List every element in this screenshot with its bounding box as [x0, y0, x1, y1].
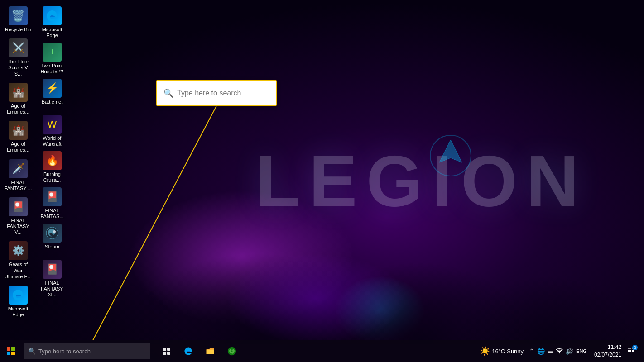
svg-rect-8	[11, 352, 15, 355]
age-empires-label: Age of Empires...	[4, 103, 32, 115]
two-point-hospital-icon: +	[43, 43, 62, 62]
svg-rect-9	[163, 348, 166, 351]
desktop: LEGION 🗑️ Recycle Bin ⚔️ The Elder Scrol…	[0, 0, 644, 362]
battle-net-label: Battle.net	[42, 99, 62, 105]
icon-recycle-bin[interactable]: 🗑️ Recycle Bin	[2, 5, 34, 34]
icon-final-fantasy-xiv[interactable]: 🎴 FINAL FANTAS...	[36, 186, 68, 221]
weather-widget[interactable]: ☀️ 16°C Sunny	[480, 346, 524, 356]
volume-icon[interactable]: 🔊	[566, 348, 573, 355]
taskbar-search-placeholder: Type here to search	[38, 348, 91, 355]
steam-label: Steam	[45, 244, 59, 250]
xbox-button[interactable]	[222, 341, 242, 361]
tray-chevron[interactable]: ⌃	[529, 348, 534, 355]
icon-world-of-warcraft[interactable]: W World of Warcraft	[36, 113, 68, 149]
floating-search-input[interactable]	[177, 89, 269, 97]
svg-point-4	[53, 230, 56, 233]
world-of-warcraft-label: World of Warcraft	[38, 135, 66, 147]
annotation-line	[0, 0, 644, 362]
clock-widget[interactable]: 11:42 02/07/2021	[594, 343, 621, 359]
burning-crusade-label: Burning Crusa...	[38, 171, 66, 183]
svg-rect-12	[167, 352, 170, 355]
weather-icon: ☀️	[480, 346, 490, 356]
battle-net-icon: ⚡	[43, 79, 62, 98]
icon-microsoft-edge-2[interactable]: Microsoft Edge	[2, 284, 34, 319]
clock-date: 02/07/2021	[594, 351, 621, 359]
svg-rect-18	[628, 348, 631, 349]
svg-rect-7	[7, 352, 10, 355]
edge-taskbar-button[interactable]	[178, 341, 198, 361]
notification-button[interactable]: 2	[622, 341, 640, 361]
file-explorer-button[interactable]	[200, 341, 220, 361]
svg-rect-5	[7, 347, 10, 351]
icon-age-empires[interactable]: 🏰 Age of Empires...	[2, 81, 34, 117]
taskbar-right-area: ☀️ 16°C Sunny ⌃ 🌐 ▬ 🔊 ENG 11:42	[480, 341, 644, 361]
final-fantasy-xii-icon: 🎴	[43, 260, 62, 279]
start-button[interactable]	[0, 340, 22, 362]
legion-text: LEGION	[255, 139, 587, 223]
windows-logo-icon	[7, 347, 15, 355]
steam-icon	[43, 224, 62, 243]
taskbar: 🔍 Type here to search	[0, 340, 644, 362]
clock-time: 11:42	[608, 343, 621, 351]
svg-point-15	[559, 352, 560, 353]
final-fantasy-icon: 🗡️	[9, 159, 28, 178]
floating-search-box[interactable]: 🔍	[156, 80, 277, 106]
svg-point-14	[231, 350, 232, 352]
task-view-button[interactable]	[157, 341, 177, 361]
edge-taskbar-icon	[184, 347, 193, 356]
recycle-bin-label: Recycle Bin	[5, 27, 31, 33]
battery-icon[interactable]: ▬	[548, 348, 553, 354]
network-icon[interactable]: 🌐	[537, 348, 545, 355]
svg-line-2	[93, 106, 216, 340]
svg-rect-10	[167, 348, 170, 351]
elder-scrolls-label: The Elder Scrolls V S...	[4, 59, 32, 77]
svg-rect-16	[628, 350, 631, 352]
microsoft-edge-2-icon	[9, 286, 28, 305]
icon-age-empires-2[interactable]: 🏰 Age of Empires...	[2, 119, 34, 155]
age-empires-2-label: Age of Empires...	[4, 141, 32, 153]
icon-burning-crusade[interactable]: 🔥 Burning Crusa...	[36, 149, 68, 185]
xbox-icon	[227, 347, 236, 356]
rock-decoration	[0, 208, 644, 344]
icon-battle-net[interactable]: ⚡ Battle.net	[36, 77, 68, 107]
weather-temp: 16°C	[492, 348, 505, 355]
microsoft-edge-2-label: Microsoft Edge	[4, 306, 32, 318]
final-fantasy-xiv-label: FINAL FANTAS...	[38, 208, 66, 219]
svg-rect-11	[163, 352, 166, 355]
svg-rect-6	[11, 347, 15, 351]
floating-search-icon: 🔍	[163, 88, 173, 98]
taskbar-search-icon: 🔍	[28, 348, 36, 355]
gears-of-war-icon: ⚙️	[9, 241, 28, 260]
desktop-icons-area: 🗑️ Recycle Bin ⚔️ The Elder Scrolls V S.…	[2, 5, 75, 330]
elder-scrolls-icon: ⚔️	[9, 38, 28, 57]
icon-final-fantasy[interactable]: 🗡️ FINAL FANTASY ...	[2, 157, 34, 193]
taskbar-search-box[interactable]: 🔍 Type here to search	[24, 343, 150, 359]
microsoft-edge-label: Microsoft Edge	[38, 27, 66, 38]
final-fantasy-xii-label: FINAL FANTASY XI...	[38, 280, 66, 298]
icon-two-point-hospital[interactable]: + Two Point Hospital™	[36, 41, 68, 76]
age-empires-icon: 🏰	[9, 83, 28, 102]
gears-of-war-label: Gears of War Ultimate E...	[4, 262, 32, 280]
world-of-warcraft-icon: W	[43, 115, 62, 134]
final-fantasy-v-label: FINAL FANTASY V...	[4, 218, 32, 236]
wifi-icon[interactable]	[556, 348, 563, 355]
icon-elder-scrolls[interactable]: ⚔️ The Elder Scrolls V S...	[2, 37, 34, 79]
icon-final-fantasy-xii[interactable]: 🎴 FINAL FANTASY XI...	[36, 258, 68, 300]
burning-crusade-icon: 🔥	[43, 151, 62, 170]
two-point-hospital-label: Two Point Hospital™	[38, 63, 66, 75]
icon-final-fantasy-v[interactable]: 🎴 FINAL FANTASY V...	[2, 195, 34, 238]
svg-marker-1	[439, 140, 462, 162]
icon-microsoft-edge[interactable]: Microsoft Edge	[36, 5, 68, 40]
microsoft-edge-icon	[43, 6, 62, 25]
task-view-icon	[163, 347, 171, 355]
icon-gears-of-war[interactable]: ⚙️ Gears of War Ultimate E...	[2, 239, 34, 281]
file-explorer-icon	[206, 347, 215, 356]
legion-logo	[428, 133, 473, 178]
final-fantasy-v-icon: 🎴	[9, 197, 28, 216]
final-fantasy-label: FINAL FANTASY ...	[4, 180, 32, 191]
icon-steam[interactable]: Steam	[36, 222, 68, 252]
weather-condition: Sunny	[507, 348, 524, 355]
language-indicator[interactable]: ENG	[576, 348, 587, 354]
taskbar-app-buttons	[157, 341, 242, 361]
final-fantasy-xiv-icon: 🎴	[43, 187, 62, 206]
